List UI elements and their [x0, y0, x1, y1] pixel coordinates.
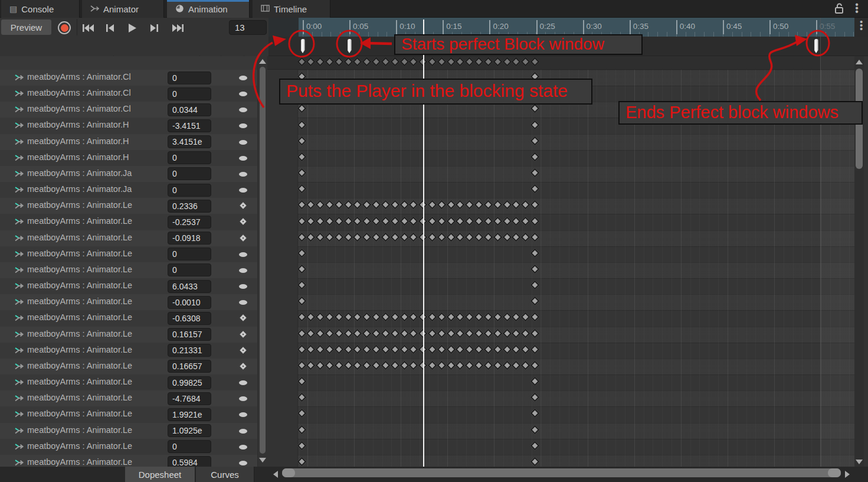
property-value-field[interactable]: 0 [168, 263, 211, 276]
property-value-field[interactable]: 0 [168, 440, 211, 453]
keyframe-indicator[interactable] [240, 331, 246, 337]
property-value-field[interactable]: 0 [168, 167, 211, 180]
current-frame-field[interactable]: 13 [229, 20, 267, 35]
property-value-field[interactable]: 0.5984 [168, 456, 211, 467]
property-row[interactable]: meatboyArms : Animator.Le -4.7684 [0, 390, 257, 406]
scroll-down-icon[interactable] [856, 460, 863, 464]
property-value-field[interactable]: -0.2537 [168, 216, 211, 229]
property-row[interactable]: meatboyArms : Animator.Le 0.16157 [0, 327, 257, 343]
property-row[interactable]: meatboyArms : Animator.Cl 0.0344 [0, 102, 257, 118]
property-value-field[interactable]: 1.9921e [168, 408, 211, 421]
property-value-field[interactable]: 0.0344 [168, 103, 211, 116]
keyframe-indicator[interactable] [240, 203, 246, 209]
property-row[interactable]: meatboyArms : Animator.Le -0.0918 [0, 230, 257, 246]
keyframe-indicator[interactable] [239, 172, 247, 177]
keyframe-indicator[interactable] [239, 123, 247, 128]
property-row[interactable]: meatboyArms : Animator.Le -0.2537 [0, 214, 257, 230]
scroll-left-icon[interactable] [273, 471, 278, 478]
scroll-up-icon[interactable] [856, 60, 863, 64]
property-value-field[interactable]: 0.99825 [168, 376, 211, 389]
goto-first-frame-button[interactable] [78, 21, 97, 35]
property-row[interactable]: meatboyArms : Animator.Le 0.5984 [0, 455, 257, 467]
property-row[interactable]: meatboyArms : Animator.H -3.4151 [0, 118, 257, 133]
window-menu-icon[interactable]: ••• [854, 3, 859, 14]
scroll-down-icon[interactable] [259, 458, 266, 463]
keyframe-indicator[interactable] [239, 412, 247, 417]
scroll-right-icon[interactable] [845, 471, 850, 478]
property-row[interactable]: meatboyArms : Animator.Le 0 [0, 246, 257, 262]
property-value-field[interactable]: 0 [168, 247, 211, 260]
keyframe-indicator[interactable] [240, 235, 246, 241]
property-value-field[interactable]: -0.0010 [168, 296, 211, 309]
h-scroll-min-handle[interactable] [282, 468, 295, 477]
keyframe-indicator[interactable] [239, 445, 247, 450]
property-value-field[interactable]: 0 [168, 71, 211, 84]
keyframe-indicator[interactable] [240, 363, 246, 369]
property-value-field[interactable]: 0.16157 [168, 328, 211, 341]
property-row[interactable]: meatboyArms : Animator.Le 0 [0, 439, 257, 455]
prev-key-button[interactable] [100, 21, 119, 35]
property-value-field[interactable]: -4.7684 [168, 392, 211, 405]
property-row[interactable]: meatboyArms : Animator.Ja 0 [0, 166, 257, 182]
keyframe-indicator[interactable] [239, 396, 247, 401]
property-value-field[interactable]: 0.2336 [168, 200, 211, 213]
tab-animation[interactable]: Animation [167, 0, 250, 18]
keyframe-indicator[interactable] [239, 108, 247, 112]
record-button[interactable] [54, 21, 74, 35]
next-key-button[interactable] [145, 21, 163, 35]
property-value-field[interactable]: -0.6308 [168, 312, 211, 325]
property-row[interactable]: meatboyArms : Animator.H 0 [0, 150, 257, 166]
property-value-field[interactable]: 0 [168, 87, 211, 100]
property-row[interactable]: meatboyArms : Animator.Le 0.99825 [0, 374, 257, 390]
property-value-field[interactable]: -3.4151 [168, 119, 211, 132]
tab-console[interactable]: ▤ Console [1, 0, 80, 18]
property-list-scrollbar[interactable] [257, 56, 267, 467]
property-row[interactable]: meatboyArms : Animator.Le 1.0925e [0, 423, 257, 439]
property-row[interactable]: meatboyArms : Animator.H 3.4151e [0, 134, 257, 150]
property-row[interactable]: meatboyArms : Animator.Le 0.21331 [0, 343, 257, 359]
preview-button[interactable]: Preview [1, 19, 51, 35]
keyframe-indicator[interactable] [239, 92, 247, 96]
timeline-menu-icon[interactable]: ••• [860, 20, 863, 31]
scroll-thumb[interactable] [260, 67, 266, 454]
dopesheet-grid[interactable] [267, 70, 854, 467]
keyframe-indicator[interactable] [239, 300, 247, 305]
property-value-field[interactable]: 3.4151e [168, 135, 211, 148]
keyframe-indicator[interactable] [239, 188, 247, 193]
keyframe-indicator[interactable] [239, 252, 247, 257]
keyframe-indicator[interactable] [239, 268, 247, 273]
property-value-field[interactable]: 0 [168, 184, 211, 197]
property-row[interactable]: meatboyArms : Animator.Le 0.2336 [0, 198, 257, 214]
property-value-field[interactable]: 1.0925e [168, 424, 211, 437]
keyframe-indicator[interactable] [239, 284, 247, 289]
property-value-field[interactable]: 0.16657 [168, 360, 211, 373]
tab-animator[interactable]: Animator [82, 0, 164, 18]
property-row[interactable]: meatboyArms : Animator.Cl 0 [0, 70, 257, 86]
keyframe-indicator[interactable] [239, 76, 247, 80]
unlock-icon[interactable] [834, 2, 844, 17]
animation-event-marker[interactable] [348, 39, 352, 53]
keyframe-indicator[interactable] [239, 429, 247, 434]
property-value-field[interactable]: 6.0433 [168, 280, 211, 293]
h-scroll-max-handle[interactable] [828, 468, 841, 477]
property-row[interactable]: meatboyArms : Animator.Le 0.16657 [0, 359, 257, 374]
animation-event-marker[interactable] [301, 39, 305, 53]
scroll-up-icon[interactable] [259, 59, 266, 64]
property-row[interactable]: meatboyArms : Animator.Cl 0 [0, 86, 257, 102]
property-row[interactable]: meatboyArms : Animator.Le 6.0433 [0, 278, 257, 294]
tab-timeline[interactable]: Timeline [253, 0, 330, 18]
keyframe-indicator[interactable] [240, 347, 246, 353]
keyframe-indicator[interactable] [239, 156, 247, 161]
h-scroll-thumb[interactable] [282, 468, 841, 477]
keyframe-indicator[interactable] [240, 315, 246, 321]
keyframe-indicator[interactable] [240, 219, 246, 225]
property-row[interactable]: meatboyArms : Animator.Le -0.6308 [0, 310, 257, 326]
goto-last-frame-button[interactable] [166, 21, 189, 35]
animation-event-marker[interactable] [814, 39, 818, 53]
play-button[interactable] [122, 21, 142, 35]
keyframe-indicator[interactable] [239, 380, 247, 385]
property-value-field[interactable]: -0.0918 [168, 232, 211, 245]
property-row[interactable]: meatboyArms : Animator.Le -0.0010 [0, 294, 257, 310]
property-row[interactable]: meatboyArms : Animator.Le 0 [0, 262, 257, 278]
property-value-field[interactable]: 0 [168, 151, 211, 164]
